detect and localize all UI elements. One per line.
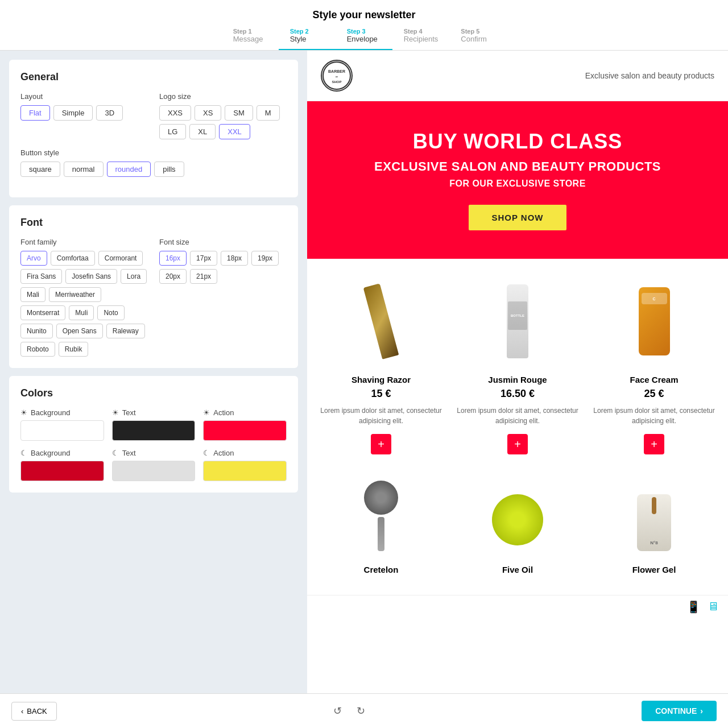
layout-label: Layout (20, 92, 148, 101)
dark-text-group: ☾ Text (112, 449, 196, 481)
step-3-num: Step 3 (347, 28, 366, 35)
btn-pills[interactable]: pills (154, 162, 184, 177)
step-4[interactable]: Step 4 Recipients (392, 28, 450, 50)
step-1[interactable]: Step 1 Message (222, 28, 279, 50)
product-price-0: 15 € (318, 388, 444, 400)
step-1-num: Step 1 (233, 28, 252, 35)
product-name-2: Face Cream (592, 375, 717, 384)
product-img-3 (318, 466, 444, 557)
undo-button[interactable]: ↺ (329, 702, 346, 719)
steps-bar: Step 1 Message Step 2 Style Step 3 Envel… (0, 28, 728, 50)
font-size-options: 16px 17px 18px 19px 20px 21px (159, 251, 287, 284)
font-noto[interactable]: Noto (97, 305, 124, 320)
font-open-sans[interactable]: Open Sans (56, 324, 103, 338)
light-bg-label-row: ☀ Background (20, 408, 104, 417)
font-roboto[interactable]: Roboto (20, 342, 55, 357)
font-20px[interactable]: 20px (159, 269, 187, 284)
font-19px[interactable]: 19px (251, 251, 279, 266)
light-action-swatch[interactable] (203, 420, 287, 441)
colors-grid: ☀ Background ☀ Text ☀ (20, 408, 287, 481)
font-title: Font (20, 217, 287, 229)
back-button[interactable]: ‹ BACK (11, 702, 57, 721)
redo-button[interactable]: ↻ (352, 702, 370, 719)
font-21px[interactable]: 21px (190, 269, 217, 284)
layout-simple-btn[interactable]: Simple (53, 105, 93, 121)
continue-label: CONTINUE (655, 706, 697, 715)
dark-action-swatch[interactable] (203, 461, 287, 481)
product-card-2: C Face Cream 25 € Lorem ipsum dolor sit … (592, 276, 717, 454)
layout-3d-btn[interactable]: 3D (96, 105, 123, 121)
brush-handle (378, 517, 384, 551)
font-nunito[interactable]: Nunito (20, 324, 53, 338)
font-raleway[interactable]: Raleway (106, 324, 145, 338)
desktop-icon[interactable]: 🖥 (708, 600, 719, 614)
logo-m-btn[interactable]: M (257, 105, 280, 121)
continue-arrow-icon: › (700, 706, 703, 715)
dark-text-swatch[interactable] (112, 461, 196, 481)
font-18px[interactable]: 18px (221, 251, 248, 266)
font-rubik[interactable]: Rubik (59, 342, 89, 357)
layout-flat-btn[interactable]: Flat (20, 105, 50, 121)
light-bg-swatch[interactable] (20, 420, 104, 441)
btn-square[interactable]: square (20, 162, 60, 177)
add-btn-1[interactable]: + (507, 434, 528, 454)
font-muli[interactable]: Muli (69, 305, 94, 320)
step-4-name: Recipients (404, 35, 439, 43)
step-2-num: Step 2 (290, 28, 309, 35)
logo-xl-btn[interactable]: XL (189, 124, 216, 139)
shop-now-button[interactable]: SHOP NOW (469, 205, 566, 230)
font-comfortaa[interactable]: Comfortaa (51, 251, 95, 266)
step-3[interactable]: Step 3 Envelope (336, 28, 392, 50)
font-section: Font Font family Arvo Comfortaa Cormoran… (9, 205, 298, 368)
font-17px[interactable]: 17px (190, 251, 217, 266)
btn-normal[interactable]: normal (64, 162, 104, 177)
product-price-1: 16.50 € (455, 388, 580, 400)
logo-lg-btn[interactable]: LG (159, 124, 186, 139)
font-merriweather[interactable]: Merriweather (49, 287, 101, 302)
general-section: General Layout Flat Simple 3D Logo size … (9, 60, 298, 197)
dark-bg-swatch[interactable] (20, 461, 104, 481)
product-name-5: Flower Gel (592, 565, 717, 574)
continue-button[interactable]: CONTINUE › (642, 701, 717, 721)
left-panel: General Layout Flat Simple 3D Logo size … (0, 51, 307, 693)
mobile-icon[interactable]: 📱 (686, 600, 701, 614)
dark-bg-label-row: ☾ Background (20, 449, 104, 457)
light-text-swatch[interactable] (112, 420, 196, 441)
step-1-name: Message (233, 35, 263, 43)
product-card-5: N°8 Flower Gel (592, 466, 717, 578)
light-text-label-row: ☀ Text (112, 408, 196, 417)
button-style-group: Button style square normal rounded pills (20, 148, 287, 177)
product-img-4 (455, 466, 580, 557)
logo-xxl-btn[interactable]: XXL (219, 124, 250, 139)
font-mali[interactable]: Mali (20, 287, 46, 302)
product-name-0: Shaving Razor (318, 375, 444, 384)
product-card-3: Cretelon (318, 466, 444, 578)
font-montserrat[interactable]: Montserrat (20, 305, 65, 320)
hero-sub2: FOR OUR EXCLUSIVE STORE (324, 179, 711, 189)
products-grid-row1: Shaving Razor 15 € Lorem ipsum dolor sit… (318, 276, 717, 454)
logo-sm-btn[interactable]: SM (225, 105, 253, 121)
font-cormorant[interactable]: Cormorant (98, 251, 143, 266)
font-lora[interactable]: Lora (121, 269, 147, 284)
font-arvo[interactable]: Arvo (20, 251, 47, 266)
btn-rounded[interactable]: rounded (107, 162, 151, 177)
step-2[interactable]: Step 2 Style (279, 28, 336, 50)
dark-background-group: ☾ Background (20, 449, 104, 481)
bottom-bar: ‹ BACK ↺ ↻ CONTINUE › (0, 693, 728, 728)
brush-container (364, 471, 398, 551)
add-btn-0[interactable]: + (371, 434, 391, 454)
product-name-4: Five Oil (455, 565, 580, 574)
font-josefin-sans[interactable]: Josefin Sans (65, 269, 117, 284)
bottle-img: BOTTLE (507, 284, 528, 358)
light-action-group: ☀ Action (203, 408, 287, 441)
product-card-1: BOTTLE Jusmin Rouge 16.50 € Lorem ipsum … (455, 276, 580, 454)
add-btn-2[interactable]: + (644, 434, 664, 454)
jar-img: N°8 (637, 494, 671, 551)
step-5[interactable]: Step 5 Confirm (449, 28, 506, 50)
razor-img (363, 283, 399, 359)
logo-xs-btn[interactable]: XS (195, 105, 221, 121)
font-fira-sans[interactable]: Fira Sans (20, 269, 62, 284)
font-size-group: Font size 16px 17px 18px 19px 20px 21px (159, 238, 287, 357)
font-16px[interactable]: 16px (159, 251, 187, 266)
logo-xxs-btn[interactable]: XXS (159, 105, 191, 121)
